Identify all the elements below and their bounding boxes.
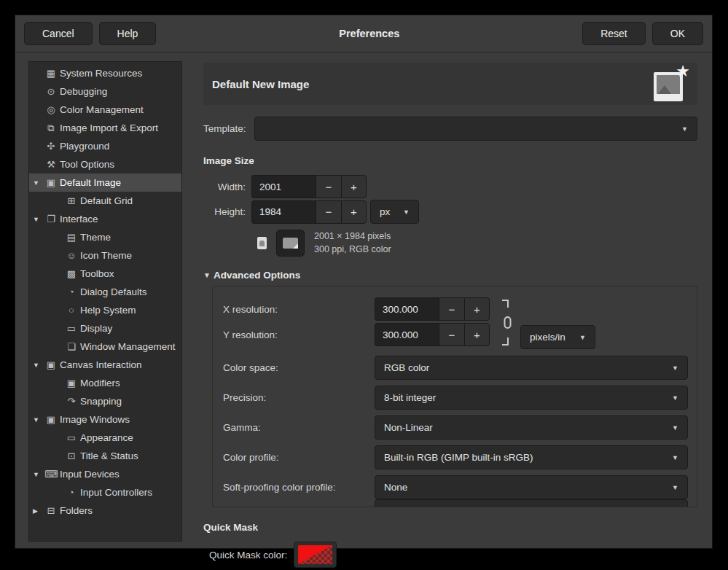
sidebar-item-appearance[interactable]: ▭Appearance xyxy=(29,429,181,447)
x-resolution-input[interactable] xyxy=(375,297,439,321)
image-star-icon: ★ xyxy=(652,66,690,103)
sidebar-item-theme[interactable]: ▤Theme xyxy=(29,228,181,246)
input-devices-icon: ⌨ xyxy=(44,469,58,480)
sidebar-item-interface[interactable]: ▼❐Interface xyxy=(29,210,181,228)
sidebar-item-playground[interactable]: ✣Playground xyxy=(29,137,181,155)
appearance-icon: ▭ xyxy=(65,432,78,443)
sidebar-item-input-devices[interactable]: ▼⌨Input Devices xyxy=(29,465,181,483)
width-label: Width: xyxy=(209,181,251,192)
size-summary-line2: 300 ppi, RGB color xyxy=(314,243,391,256)
portrait-orientation-button[interactable] xyxy=(251,230,272,257)
y-resolution-increment-button[interactable]: + xyxy=(464,323,490,346)
reset-button[interactable]: Reset xyxy=(582,22,646,45)
clipped-next-select[interactable] xyxy=(375,499,688,507)
expander-arrow-icon[interactable]: ▼ xyxy=(33,216,44,223)
resolution-chain-link-icon[interactable] xyxy=(498,297,512,350)
help-button[interactable]: Help xyxy=(99,22,157,45)
expander-arrow-icon[interactable]: ▼ xyxy=(33,179,44,187)
height-label: Height: xyxy=(209,206,251,217)
sidebar-item-toolbox[interactable]: ▩Toolbox xyxy=(29,265,181,283)
windows-icon: ❏ xyxy=(65,341,78,352)
quick-mask-color-button[interactable] xyxy=(294,542,337,568)
width-increment-button[interactable]: + xyxy=(341,175,367,198)
resolution-unit-select[interactable]: pixels/in ▼ xyxy=(520,325,595,349)
color-space-select[interactable]: RGB color ▼ xyxy=(375,356,688,380)
chevron-down-icon: ▼ xyxy=(662,454,678,461)
chevron-down-icon: ▼ xyxy=(662,424,678,432)
advanced-options-label: Advanced Options xyxy=(214,270,300,281)
preferences-tree: ▦System Resources⊙Debugging◎Color Manage… xyxy=(28,61,182,542)
sidebar-item-label: Tool Options xyxy=(60,159,114,170)
gamma-select[interactable]: Non-Linear ▼ xyxy=(375,415,688,440)
ok-button[interactable]: OK xyxy=(652,22,703,45)
quick-mask-color-label: Quick Mask color: xyxy=(209,550,287,561)
sidebar-item-image-windows[interactable]: ▼▣Image Windows xyxy=(29,410,181,429)
y-resolution-decrement-button[interactable]: − xyxy=(439,323,464,346)
sidebar-item-label: Appearance xyxy=(80,432,133,443)
sidebar-item-label: Icon Theme xyxy=(80,250,132,261)
modifiers-icon: ▣ xyxy=(65,378,78,389)
sidebar-item-label: Help System xyxy=(80,305,136,316)
sidebar-item-display[interactable]: ▭Display xyxy=(29,319,181,337)
sidebar-item-canvas-interaction[interactable]: ▼▣Canvas Interaction xyxy=(29,356,181,374)
height-decrement-button[interactable]: − xyxy=(316,200,341,224)
chip-icon: ▦ xyxy=(44,68,58,79)
sidebar-item-label: Image Windows xyxy=(60,414,130,425)
sidebar-item-default-grid[interactable]: ⊞Default Grid xyxy=(29,192,181,210)
x-resolution-increment-button[interactable]: + xyxy=(464,297,490,321)
size-unit-select[interactable]: px ▼ xyxy=(370,200,419,224)
sidebar-item-debugging[interactable]: ⊙Debugging xyxy=(29,82,181,101)
sidebar-item-folders[interactable]: ▶⊟Folders xyxy=(29,501,181,520)
expander-arrow-icon[interactable]: ▼ xyxy=(33,416,44,423)
soft-proofing-profile-value: None xyxy=(384,482,407,493)
folders-icon: ⊟ xyxy=(44,505,58,516)
chevron-down-icon: ▼ xyxy=(662,364,678,372)
soft-proofing-profile-select[interactable]: None ▼ xyxy=(375,475,688,499)
sidebar-item-label: Canvas Interaction xyxy=(60,359,142,370)
width-decrement-button[interactable]: − xyxy=(316,175,341,198)
advanced-options-expander[interactable]: ▼ Advanced Options xyxy=(203,270,697,281)
sidebar-item-window-management[interactable]: ❏Window Management xyxy=(29,337,181,356)
height-input[interactable] xyxy=(251,200,316,224)
expander-arrow-icon[interactable]: ▼ xyxy=(33,362,44,369)
sidebar-item-modifiers[interactable]: ▣Modifiers xyxy=(29,374,181,392)
y-resolution-label: Y resolution: xyxy=(223,329,375,340)
import-export-icon: ⧉ xyxy=(44,122,58,134)
chevron-down-icon: ▼ xyxy=(662,484,678,491)
cancel-button[interactable]: Cancel xyxy=(24,22,93,45)
image-window-icon: ▣ xyxy=(44,414,58,425)
width-input[interactable] xyxy=(251,175,316,198)
sidebar-item-title-status[interactable]: ⊡Title & Status xyxy=(29,447,181,465)
sidebar-item-icon-theme[interactable]: ☺Icon Theme xyxy=(29,246,181,265)
x-resolution-decrement-button[interactable]: − xyxy=(439,297,464,321)
expander-arrow-icon[interactable]: ▶ xyxy=(33,507,44,515)
input-controllers-icon: ◔ xyxy=(65,487,78,498)
sidebar-item-label: Dialog Defaults xyxy=(80,286,147,297)
sidebar-item-label: Interface xyxy=(60,214,98,225)
sidebar-item-tool-options[interactable]: ⚒Tool Options xyxy=(29,155,181,173)
color-circles-icon: ◎ xyxy=(44,104,58,115)
color-profile-select[interactable]: Built-in RGB (GIMP built-in sRGB) ▼ xyxy=(375,445,688,469)
sidebar-item-color-management[interactable]: ◎Color Management xyxy=(29,101,181,119)
template-select[interactable]: ▼ xyxy=(254,117,697,141)
monitor-icon: ▭ xyxy=(65,323,78,334)
theme-icon: ▤ xyxy=(65,232,78,243)
height-increment-button[interactable]: + xyxy=(341,200,367,224)
sidebar-item-dialog-defaults[interactable]: ◔Dialog Defaults xyxy=(29,283,181,301)
tools-icon: ⚒ xyxy=(44,159,58,170)
sidebar-item-system-resources[interactable]: ▦System Resources xyxy=(29,64,181,82)
sidebar-item-default-image[interactable]: ▼▣Default Image xyxy=(29,173,181,192)
landscape-orientation-button[interactable] xyxy=(276,230,305,257)
sidebar-item-snapping[interactable]: ↷Snapping xyxy=(29,392,181,410)
wilber-icon: ⊙ xyxy=(44,86,58,97)
sidebar-item-help-system[interactable]: ○Help System xyxy=(29,301,181,319)
page-title: Default New Image xyxy=(212,78,309,90)
sidebar-item-input-controllers[interactable]: ◔Input Controllers xyxy=(29,483,181,501)
gamma-label: Gamma: xyxy=(223,422,375,433)
y-resolution-input[interactable] xyxy=(375,323,439,346)
expander-arrow-icon[interactable]: ▼ xyxy=(33,471,44,478)
sidebar-item-image-import-export[interactable]: ⧉Image Import & Export xyxy=(29,119,181,137)
x-resolution-label: X resolution: xyxy=(223,304,375,315)
precision-select[interactable]: 8-bit integer ▼ xyxy=(375,386,688,410)
sidebar-item-label: Input Controllers xyxy=(80,487,152,498)
